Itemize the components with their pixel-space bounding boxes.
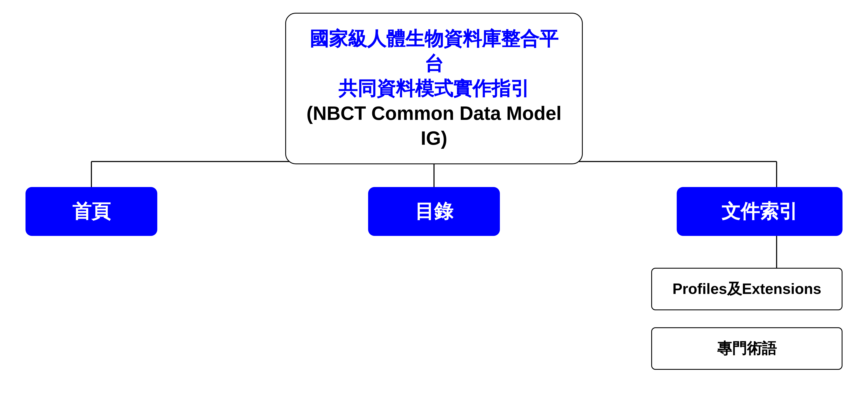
root-title-line1: 國家級人體生物資料庫整合平台 [303, 26, 565, 76]
node-index-label: 文件索引 [721, 198, 798, 224]
root-title-line3: (NBCT Common Data Model IG) [303, 101, 565, 151]
node-terminology-label: 專門術語 [717, 339, 777, 359]
node-index[interactable]: 文件索引 [677, 187, 842, 236]
node-toc-label: 目錄 [415, 198, 453, 224]
node-home-label: 首頁 [72, 198, 111, 224]
root-title-line2: 共同資料模式實作指引 [303, 76, 565, 101]
node-terminology[interactable]: 專門術語 [651, 327, 842, 370]
diagram-container: 國家級人體生物資料庫整合平台 共同資料模式實作指引 (NBCT Common D… [0, 0, 868, 397]
node-profiles-label: Profiles及Extensions [673, 279, 821, 299]
node-profiles[interactable]: Profiles及Extensions [651, 268, 842, 310]
node-home[interactable]: 首頁 [26, 187, 157, 236]
root-node: 國家級人體生物資料庫整合平台 共同資料模式實作指引 (NBCT Common D… [285, 13, 583, 164]
node-toc[interactable]: 目錄 [368, 187, 500, 236]
